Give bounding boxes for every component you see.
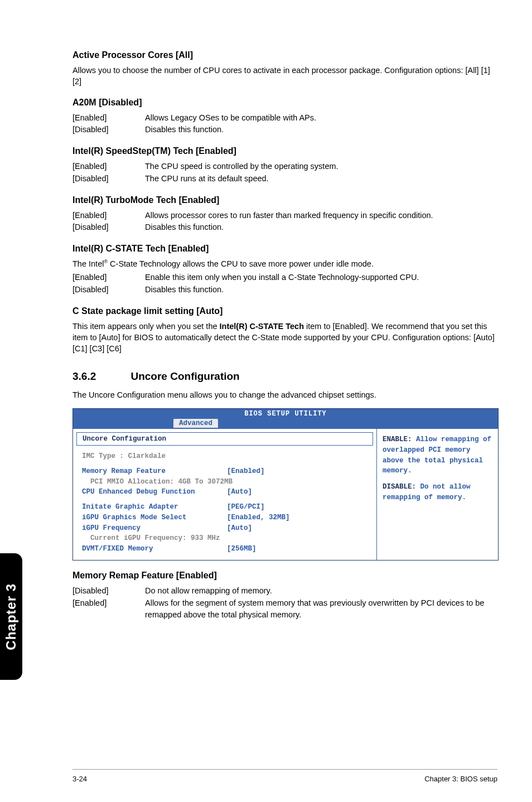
chapter-side-text: Chapter 3 (3, 583, 19, 650)
bios-label: iGPU Frequency (82, 523, 227, 534)
bios-current-igpu: Current iGPU Frequency: 933 MHz (82, 533, 367, 544)
heading-turbo: Intel(R) TurboMode Tech [Enabled] (72, 195, 499, 205)
opt-key: [Enabled] (72, 210, 145, 222)
bios-label: Initate Graphic Adapter (82, 502, 227, 513)
opt-row: [Disabled] Disables this function. (72, 284, 499, 296)
opt-row: [Disabled] Disables this function. (72, 124, 499, 136)
opt-key: [Disabled] (72, 173, 145, 185)
opt-row: [Disabled] The CPU runs at its default s… (72, 173, 499, 185)
bios-setting-row[interactable]: iGPU Graphics Mode Select [Enabled, 32MB… (82, 513, 367, 523)
opt-key: [Disabled] (72, 284, 145, 296)
opt-row: [Enabled] Allows for the segment of syst… (72, 597, 499, 622)
opt-val: Allows processor cores to run faster tha… (145, 210, 499, 222)
opt-row: [Enabled] Enable this item only when you… (72, 272, 499, 284)
bios-pci-mmio: PCI MMIO Allocation: 4GB To 3072MB (82, 477, 367, 487)
bios-value: [256MB] (227, 544, 367, 554)
bios-setting-row[interactable]: Memory Remap Feature [Enabled] (82, 466, 367, 477)
opt-val: Disables this function. (145, 284, 499, 296)
opt-row: [Disabled] Do not allow remapping of mem… (72, 585, 499, 597)
bios-help-disable: DISABLE: Do not allow remapping of memor… (383, 482, 492, 503)
bios-tab-advanced[interactable]: Advanced (173, 419, 218, 428)
bios-setting-row[interactable]: iGPU Frequency [Auto] (82, 523, 367, 534)
opt-key: [Enabled] (72, 272, 145, 284)
subsection-title: Uncore Configuration (130, 370, 239, 382)
bios-title: BIOS SETUP UTILITY (73, 409, 498, 419)
opt-row: [Disabled] Disables this function. (72, 221, 499, 234)
opt-key: [Disabled] (72, 585, 145, 597)
text-cstate-intro: The Intel® C-State Technology allows the… (72, 258, 499, 269)
chapter-label: Chapter 3: BIOS setup (424, 775, 497, 783)
bios-label: iGPU Graphics Mode Select (82, 513, 227, 523)
opt-val: Allows Legacy OSes to be compatible with… (145, 112, 499, 124)
bios-tabs: Advanced (73, 419, 498, 429)
text-active-processor: Allows you to choose the number of CPU c… (72, 65, 499, 88)
opt-key: [Enabled] (72, 112, 145, 124)
heading-mem-remap: Memory Remap Feature [Enabled] (72, 571, 499, 581)
opt-val: The CPU speed is controlled by the opera… (145, 161, 499, 173)
bios-label: Memory Remap Feature (82, 466, 227, 477)
text-cstate-pkg: This item appears only when you set the … (72, 321, 499, 355)
heading-cstate: Intel(R) C-STATE Tech [Enabled] (72, 244, 499, 254)
opt-key: [Enabled] (72, 161, 145, 173)
heading-cstate-pkg: C State package limit setting [Auto] (72, 306, 499, 316)
text-part: This item appears only when you set the (72, 322, 220, 331)
bios-value: [Enabled] (227, 466, 367, 477)
bios-label: CPU Enhanced Debug Function (82, 487, 227, 497)
opt-val: Disables this function. (145, 221, 499, 234)
footer-divider (72, 769, 497, 770)
subsection-header: 3.6.2 Uncore Configuration (72, 370, 499, 383)
opt-val: Disables this function. (145, 124, 499, 136)
heading-speedstep: Intel(R) SpeedStep(TM) Tech [Enabled] (72, 146, 499, 156)
page-footer: 3-24 Chapter 3: BIOS setup (0, 775, 532, 783)
opt-val: The CPU runs at its default speed. (145, 173, 499, 185)
bios-panel: BIOS SETUP UTILITY Advanced Uncore Confi… (72, 408, 499, 561)
opt-row: [Enabled] The CPU speed is controlled by… (72, 161, 499, 173)
subsection-num: 3.6.2 (72, 370, 128, 383)
opt-row: [Enabled] Allows processor cores to run … (72, 210, 499, 222)
opt-val: Do not allow remapping of memory. (145, 585, 499, 597)
bios-help-enable: ENABLE: Allow remapping of overlapped PC… (383, 434, 492, 476)
chapter-side-tab: Chapter 3 (0, 553, 22, 680)
bios-value: [Enabled, 32MB] (227, 513, 367, 523)
bios-setting-row[interactable]: CPU Enhanced Debug Function [Auto] (82, 487, 367, 497)
text-part: The Intel (72, 259, 104, 268)
subsection-intro: The Uncore Configuration menu allows you… (72, 389, 499, 400)
bios-value: [Auto] (227, 487, 367, 497)
opt-val: Allows for the segment of system memory … (145, 597, 499, 622)
opt-row: [Enabled] Allows Legacy OSes to be compa… (72, 112, 499, 124)
bios-label: DVMT/FIXED Memory (82, 544, 227, 554)
bios-section-title: Uncore Configuration (76, 432, 373, 446)
bios-value: [Auto] (227, 523, 367, 534)
opt-key: [Enabled] (72, 597, 145, 622)
page-number: 3-24 (72, 775, 87, 783)
bios-setting-row[interactable]: Initate Graphic Adapter [PEG/PCI] (82, 502, 367, 513)
bios-help-panel: ENABLE: Allow remapping of overlapped PC… (376, 429, 498, 560)
opt-val: Enable this item only when you install a… (145, 272, 499, 284)
heading-a20m: A20M [Disabled] (72, 98, 499, 108)
opt-key: [Disabled] (72, 124, 145, 136)
text-part: C-State Technology allows the CPU to sav… (108, 259, 374, 268)
bios-imc-type: IMC Type : Clarkdale (82, 451, 367, 462)
bios-setting-row[interactable]: DVMT/FIXED Memory [256MB] (82, 544, 367, 554)
heading-active-processor: Active Processor Cores [All] (72, 50, 499, 60)
opt-key: [Disabled] (72, 221, 145, 234)
text-bold: Intel(R) C-STATE Tech (220, 322, 304, 331)
bios-value: [PEG/PCI] (227, 502, 367, 513)
